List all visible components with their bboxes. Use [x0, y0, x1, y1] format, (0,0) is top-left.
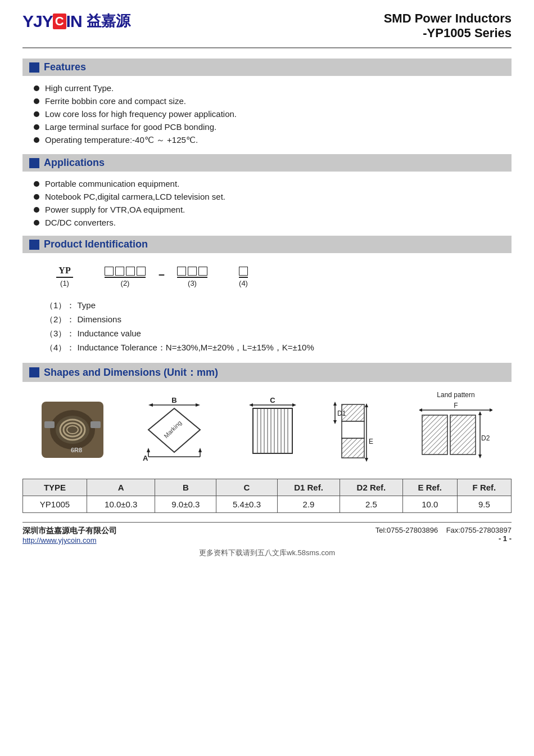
pid-boxes-4 [239, 267, 248, 278]
svg-marker-24 [292, 403, 296, 407]
footer-right: Tel:0755-27803896 Fax:0755-27803897 - 1 … [375, 526, 512, 543]
svg-marker-20 [198, 448, 202, 452]
page-footer: 深圳市益嘉源电子有限公司 http://www.yjycoin.com Tel:… [22, 522, 512, 544]
list-item: High current Type. [22, 82, 512, 94]
profile-svg: D1 E [331, 393, 387, 466]
features-blue-square [29, 62, 39, 73]
footer-contact: Tel:0755-27803896 Fax:0755-27803897 [375, 526, 512, 534]
land-pattern-label: Land pattern [437, 391, 474, 399]
bullet-dot [34, 207, 39, 213]
pid-box [105, 267, 114, 276]
table-header-d2: D2 Ref. [340, 479, 402, 496]
pid-label-yp: YP [56, 266, 73, 278]
features-list: High current Type. Ferrite bobbin core a… [22, 79, 512, 150]
pid-num-2: (2) [121, 279, 130, 287]
table-header-a: A [87, 479, 155, 496]
product-id-blue-square [29, 240, 39, 250]
product-id-diagram: YP (1) (2) － [22, 256, 512, 295]
list-item: Power supply for VTR,OA equipment. [22, 203, 512, 216]
pid-legend: （1）： Type （2）： Dimensions （3）： Inductanc… [22, 295, 512, 358]
svg-rect-57 [450, 415, 476, 454]
applications-section-header: Applications [22, 154, 512, 172]
table-header-row: TYPE A B C D1 Ref. D2 Ref. E Ref. F Ref. [23, 479, 512, 496]
product-id-title: Product Identification [44, 238, 148, 250]
svg-marker-42 [365, 403, 368, 407]
pid-item-4: (4) [239, 267, 248, 287]
svg-rect-25 [253, 408, 292, 453]
title-line2: -YP1005 Series [384, 26, 512, 40]
pid-item-2: (2) [105, 267, 146, 287]
table-cell-f: 9.5 [457, 496, 511, 513]
logo-zh: 益嘉源 [87, 11, 130, 31]
svg-rect-56 [422, 415, 447, 454]
table-cell-a: 10.0±0.3 [87, 496, 155, 513]
svg-marker-55 [478, 454, 482, 458]
pid-row: YP (1) (2) － [56, 266, 248, 287]
svg-text:C: C [270, 396, 275, 404]
applications-blue-square [29, 158, 39, 168]
svg-text:B: B [171, 396, 177, 404]
svg-rect-6 [44, 421, 55, 428]
pid-dash: － [156, 267, 167, 282]
pid-box [126, 267, 135, 276]
pid-boxes-3 [177, 267, 207, 278]
pid-box [188, 267, 197, 276]
svg-marker-54 [478, 411, 482, 415]
profile-view-diagram: D1 E [331, 393, 387, 466]
bullet-dot [34, 111, 39, 117]
pid-item-3: (3) [177, 267, 207, 287]
header-title: SMD Power Inductors -YP1005 Series [384, 11, 512, 40]
pid-num-4: (4) [239, 279, 248, 287]
bullet-dot [34, 98, 39, 104]
list-item: Ferrite bobbin core and compact size. [22, 94, 512, 107]
pid-box [198, 267, 207, 276]
inductor-photo-svg: 6R8 [42, 402, 103, 458]
bullet-dot [34, 124, 39, 130]
svg-marker-38 [333, 402, 337, 406]
table-header-type: TYPE [23, 479, 87, 496]
product-id-section-header: Product Identification [22, 236, 512, 253]
dimensions-table: TYPE A B C D1 Ref. D2 Ref. E Ref. F Ref.… [22, 479, 512, 513]
footer-left: 深圳市益嘉源电子有限公司 http://www.yjycoin.com [22, 526, 117, 544]
bullet-dot [34, 220, 39, 226]
table-header-d1: D1 Ref. [277, 479, 340, 496]
list-item: Portable communication equipment. [22, 177, 512, 190]
list-item: Notebook PC,digital carmera,LCD televisi… [22, 190, 512, 203]
svg-rect-45 [342, 438, 364, 458]
svg-text:Marking: Marking [162, 419, 183, 439]
logo-yjy: YJY [22, 12, 53, 31]
inductor-photo-diagram: 6R8 [42, 402, 103, 458]
legend-item-2: （2）： Dimensions [45, 313, 489, 327]
table-cell-e: 10.0 [402, 496, 457, 513]
page-header: YJY C IN 益嘉源 SMD Power Inductors -YP1005… [22, 11, 512, 48]
list-item: DC/DC converters. [22, 216, 512, 229]
shapes-blue-square [29, 367, 39, 377]
pid-num-3: (3) [188, 279, 197, 287]
table-cell-type: YP1005 [23, 496, 87, 513]
applications-title: Applications [44, 157, 105, 169]
title-line1: SMD Power Inductors [384, 11, 512, 26]
logo: YJY C IN 益嘉源 [22, 11, 130, 31]
shapes-title: Shapes and Dimensions (Unit：mm) [44, 366, 218, 379]
svg-marker-11 [148, 403, 153, 407]
features-title: Features [44, 61, 86, 73]
svg-marker-43 [365, 458, 368, 462]
svg-marker-12 [196, 403, 200, 407]
company-url[interactable]: http://www.yjycoin.com [22, 536, 117, 544]
pid-num-1: (1) [60, 279, 69, 287]
bullet-dot [34, 137, 39, 143]
table-header-c: C [216, 479, 278, 496]
table-cell-c: 5.4±0.3 [216, 496, 278, 513]
pid-boxes-2 [105, 267, 146, 278]
list-item: Low core loss for high frequency power a… [22, 107, 512, 120]
list-item: Large terminal surface for good PCB bond… [22, 120, 512, 133]
table-cell-b: 9.0±0.3 [155, 496, 216, 513]
logo-coin: C [53, 14, 66, 29]
bullet-dot [34, 86, 39, 91]
svg-text:6R8: 6R8 [71, 447, 82, 453]
table-row: YP1005 10.0±0.3 9.0±0.3 5.4±0.3 2.9 2.5 … [23, 496, 512, 513]
legend-item-1: （1）： Type [45, 299, 489, 313]
logo-in: IN [66, 12, 82, 31]
pid-box [137, 267, 146, 276]
footer-watermark: 更多资料下载请到五八文库wk.58sms.com [22, 548, 512, 558]
